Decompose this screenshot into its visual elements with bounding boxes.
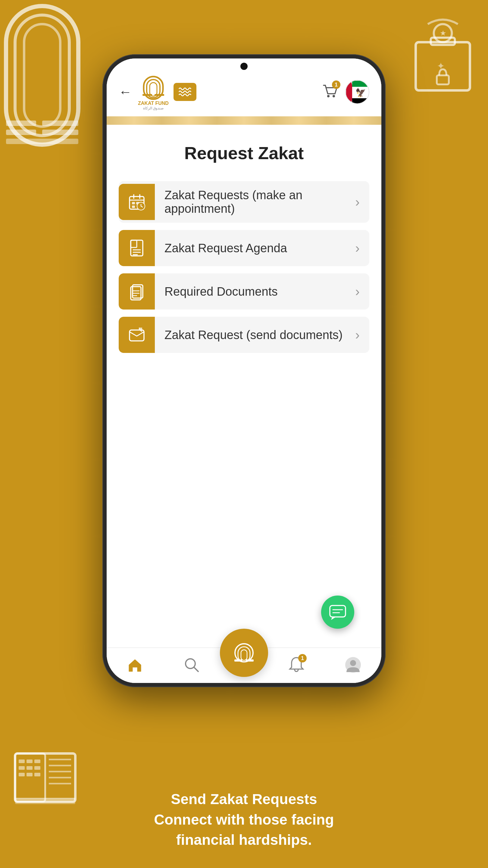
logo-area: ZAKAT FUND صندوق الزكاة <box>138 73 321 110</box>
phone-shell: ← ZAKAT FUND <box>102 54 386 687</box>
svg-rect-35 <box>142 94 152 96</box>
svg-rect-4 <box>6 130 36 135</box>
notification-badge: 1 <box>298 654 307 662</box>
send-documents-chevron: › <box>355 327 369 342</box>
calendar-appointment-icon <box>128 193 146 211</box>
menu-item-send-documents[interactable]: Zakat Request (send documents) › <box>119 317 369 353</box>
cart-badge: 1 <box>332 81 340 89</box>
zakat-agenda-label: Zakat Request Agenda <box>155 234 355 262</box>
nav-notifications[interactable]: 1 <box>268 656 325 674</box>
page-title: Request Zakat <box>119 143 369 163</box>
svg-rect-42 <box>352 98 369 104</box>
svg-rect-36 <box>155 94 164 96</box>
required-documents-label: Required Documents <box>155 278 355 306</box>
svg-rect-17 <box>27 760 33 763</box>
back-button[interactable]: ← <box>119 84 132 99</box>
bottom-text: Send Zakat Requests Connect with those f… <box>108 789 380 850</box>
zakat-requests-label: Zakat Requests (make an appointment) <box>155 181 355 223</box>
chat-icon <box>329 603 347 621</box>
phone-screen: ← ZAKAT FUND <box>107 59 381 683</box>
send-documents-icon-wrap <box>119 317 155 353</box>
logo-svg <box>141 73 165 101</box>
svg-rect-7 <box>42 130 78 135</box>
cart-button[interactable]: 1 <box>321 83 338 101</box>
svg-rect-72 <box>234 659 242 661</box>
brand-badge-svg <box>178 86 192 98</box>
svg-rect-13 <box>437 75 449 84</box>
svg-text:★: ★ <box>440 29 447 37</box>
arch-logo-icon <box>232 641 256 665</box>
svg-rect-2 <box>24 24 60 127</box>
profile-icon <box>345 656 361 673</box>
svg-rect-22 <box>19 773 25 776</box>
svg-rect-21 <box>34 766 40 770</box>
svg-rect-24 <box>34 773 40 776</box>
header-border-strip <box>107 116 381 125</box>
document-icon <box>128 282 146 301</box>
svg-rect-20 <box>27 766 33 770</box>
bottom-text-line3: financial hardships. <box>108 830 380 850</box>
nav-home[interactable] <box>107 656 163 673</box>
home-icon <box>127 656 143 673</box>
svg-rect-51 <box>132 206 135 208</box>
required-documents-icon-wrap <box>119 273 155 310</box>
nav-center-button[interactable] <box>220 629 268 677</box>
menu-list: Zakat Requests (make an appointment) › <box>119 181 369 353</box>
menu-item-required-documents[interactable]: Required Documents › <box>119 273 369 310</box>
menu-item-zakat-requests[interactable]: Zakat Requests (make an appointment) › <box>119 181 369 223</box>
brand-badge <box>173 83 196 101</box>
svg-point-38 <box>332 95 335 97</box>
chat-fab-button[interactable] <box>321 595 354 629</box>
header-icons: 1 <box>321 80 369 104</box>
uae-flag-button[interactable]: 🦅 <box>345 80 369 104</box>
donation-box-decoration: ★ ✦ <box>398 6 482 96</box>
svg-rect-5 <box>6 138 78 144</box>
svg-rect-73 <box>246 659 254 661</box>
camera-notch <box>240 63 248 70</box>
phone-device: ← ZAKAT FUND <box>102 54 386 717</box>
file-list-icon <box>128 239 146 257</box>
arch-decoration <box>0 0 96 157</box>
svg-rect-40 <box>346 81 352 104</box>
svg-text:🦅: 🦅 <box>355 88 366 98</box>
search-icon <box>183 656 200 673</box>
svg-rect-23 <box>27 773 33 776</box>
notification-wrap: 1 <box>288 656 305 674</box>
zakat-agenda-icon-wrap <box>119 230 155 266</box>
zakat-agenda-chevron: › <box>355 241 369 255</box>
zakat-requests-icon-wrap <box>119 184 155 220</box>
svg-rect-6 <box>42 121 78 126</box>
svg-rect-19 <box>19 766 25 770</box>
svg-point-37 <box>327 95 330 97</box>
zakat-fund-logo: ZAKAT FUND صندوق الزكاة <box>138 73 169 110</box>
svg-rect-31 <box>15 799 75 804</box>
nav-profile[interactable] <box>325 656 381 673</box>
send-documents-label: Zakat Request (send documents) <box>155 321 355 349</box>
uae-eagle-svg: 🦅 <box>346 81 369 104</box>
svg-rect-3 <box>6 121 36 126</box>
svg-rect-49 <box>132 202 135 204</box>
nav-search[interactable] <box>163 656 220 673</box>
svg-rect-71 <box>241 650 247 660</box>
menu-item-zakat-agenda[interactable]: Zakat Request Agenda › <box>119 230 369 266</box>
svg-line-68 <box>194 667 198 672</box>
svg-rect-56 <box>131 240 137 247</box>
svg-rect-18 <box>34 760 40 763</box>
svg-point-75 <box>350 660 356 666</box>
logo-name: ZAKAT FUND <box>138 101 169 106</box>
bottom-text-line2: Connect with those facing <box>108 809 380 830</box>
zakat-requests-chevron: › <box>355 194 369 210</box>
book-decoration <box>12 741 78 808</box>
required-documents-chevron: › <box>355 284 369 299</box>
svg-rect-16 <box>19 760 25 763</box>
app-content: Request Zakat <box>107 125 381 647</box>
envelope-doc-icon <box>128 326 146 344</box>
bottom-text-line1: Send Zakat Requests <box>108 789 380 809</box>
svg-rect-76 <box>330 606 346 617</box>
logo-arabic: صندوق الزكاة <box>143 106 164 110</box>
bottom-nav: 1 <box>107 647 381 683</box>
svg-rect-41 <box>352 81 369 87</box>
